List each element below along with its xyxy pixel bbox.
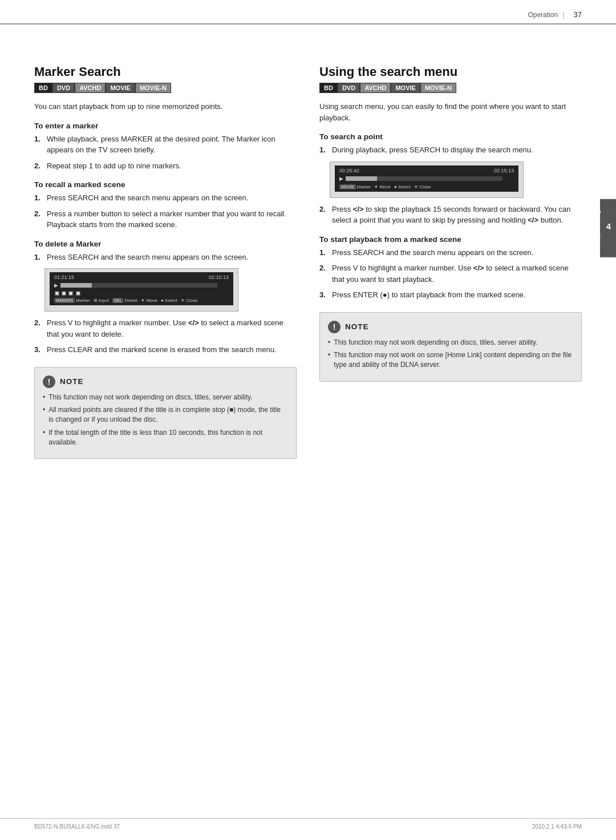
note-item-r1: • This function may not work depending o…: [328, 338, 572, 348]
right-format-badges: BD DVD AVCHD MOVIE MOVIE-N: [319, 83, 582, 93]
badge-movie: MOVIE: [106, 83, 135, 93]
right-intro: Using search menu, you can easily to fin…: [319, 101, 582, 123]
screenshot-timecodes-r: 00:25:42 02:15:13: [339, 168, 514, 173]
footer-left: BD572-N-BUSALLK-ENG.indd 37: [34, 823, 120, 830]
right-column: Using the search menu BD DVD AVCHD MOVIE…: [319, 64, 582, 459]
screenshot-controls: MARKER Marker ⊞ Input DEL Delete ✦ Move …: [54, 298, 229, 303]
note-icon-r: !: [328, 321, 341, 333]
badge-avchd-r: AVCHD: [360, 83, 391, 93]
subsection-enter-marker: To enter a marker 1. While playback, pre…: [34, 122, 297, 172]
subsection-title-delete-marker: To delete a Marker: [34, 240, 297, 248]
left-column: Marker Search BD DVD AVCHD MOVIE MOVIE-N…: [34, 64, 297, 459]
note-header-r: ! NOTE: [328, 321, 572, 333]
screenshot-timecodes: 01:21:15 02:10:13: [54, 274, 229, 280]
screenshot-inner-r: 00:25:42 02:15:13 ▶ MOVIE Marker ✦ Move: [335, 165, 518, 192]
section-label: Operation: [528, 11, 558, 19]
side-tab: 4 Operation: [600, 199, 616, 257]
note-header: ! NOTE: [43, 375, 287, 388]
left-format-badges: BD DVD AVCHD MOVIE MOVIE-N: [34, 83, 297, 93]
note-title-r: NOTE: [345, 322, 369, 331]
note-title: NOTE: [60, 377, 84, 386]
subsection-start-playback: To start playback from a marked scene 1.…: [319, 235, 582, 301]
search-screenshot: 00:25:42 02:15:13 ▶ MOVIE Marker ✦ Move: [330, 161, 524, 198]
list-item: 2. Press a number button to select a mar…: [34, 208, 297, 231]
side-tab-number: 4: [606, 221, 612, 231]
right-section-title: Using the search menu: [319, 64, 582, 79]
page-number: 37: [574, 10, 582, 19]
badge-avchd: AVCHD: [75, 83, 106, 93]
badge-bd: BD: [34, 83, 52, 93]
progress-bar: [60, 283, 217, 288]
list-item: 2. Press </> to skip the playback 15 sec…: [319, 204, 582, 226]
list-item: 1. Press SEARCH and the search menu appe…: [34, 252, 297, 263]
list-item: 2. Repeat step 1 to add up to nine marke…: [34, 160, 297, 172]
top-header: Operation | 37: [0, 0, 616, 24]
progress-bar-fill: [60, 283, 92, 288]
subsection-title-recall-marker: To recall a marked scene: [34, 180, 297, 189]
list-item: 3. Press CLEAR and the marked scene is e…: [34, 344, 297, 356]
list-item: 1. During playback, press SEARCH to disp…: [319, 144, 582, 156]
badge-movie-r: MOVIE: [391, 83, 420, 93]
note-item: • All marked points are cleared if the t…: [43, 405, 287, 425]
badge-dvd-r: DVD: [338, 83, 360, 93]
subsection-delete-marker: To delete a Marker 1. Press SEARCH and t…: [34, 240, 297, 356]
progress-bar-r: [346, 176, 502, 181]
badge-dvd: DVD: [52, 83, 75, 93]
right-note-box: ! NOTE • This function may not work depe…: [319, 312, 582, 382]
note-item: • If the total length of the title is le…: [43, 428, 287, 447]
left-section-title: Marker Search: [34, 64, 297, 79]
note-icon: !: [43, 375, 55, 388]
badge-movie-n-r: MOVIE-N: [420, 83, 456, 93]
badge-movie-n: MOVIE-N: [135, 83, 171, 93]
note-item-r2: • This function may not work on some [Ho…: [328, 350, 572, 370]
list-item: 1. While playback, press MARKER at the d…: [34, 134, 297, 156]
screenshot-inner: 01:21:15 02:10:13 ▶ 🔲 🔲 🔲 🔲: [50, 272, 233, 305]
left-intro: You can start playback from up to nine m…: [34, 101, 297, 112]
subsection-title-search-point: To search a point: [319, 132, 582, 141]
main-content: Marker Search BD DVD AVCHD MOVIE MOVIE-N…: [0, 42, 616, 482]
side-tab-label: Operation: [595, 209, 602, 247]
subsection-recall-marker: To recall a marked scene 1. Press SEARCH…: [34, 180, 297, 231]
list-item: 3. Press ENTER (●) to start playback fro…: [319, 289, 582, 301]
subsection-title-enter-marker: To enter a marker: [34, 122, 297, 130]
subsection-search-point: To search a point 1. During playback, pr…: [319, 132, 582, 226]
left-note-box: ! NOTE • This function may not work depe…: [34, 367, 297, 459]
list-item: 1. Press SEARCH and the search menu appe…: [34, 192, 297, 204]
footer-right: 2010.2.1 4:43:6 PM: [532, 823, 582, 830]
list-item: 2. Press V to highlight a marker number.…: [34, 317, 297, 340]
list-item: 1. Press SEARCH and the search menu appe…: [319, 247, 582, 259]
delete-marker-screenshot: 01:21:15 02:10:13 ▶ 🔲 🔲 🔲 🔲: [44, 268, 238, 312]
progress-bar-fill-r: [346, 176, 377, 181]
subsection-title-start-playback: To start playback from a marked scene: [319, 235, 582, 244]
page-footer: BD572-N-BUSALLK-ENG.indd 37 2010.2.1 4:4…: [0, 818, 616, 830]
list-item: 2. Press V to highlight a marker number.…: [319, 262, 582, 285]
screenshot-controls-r: MOVIE Marker ✦ Move ● Select ✕ Close: [339, 184, 514, 189]
note-item: • This function may not work depending o…: [43, 393, 287, 402]
badge-bd-r: BD: [319, 83, 338, 93]
